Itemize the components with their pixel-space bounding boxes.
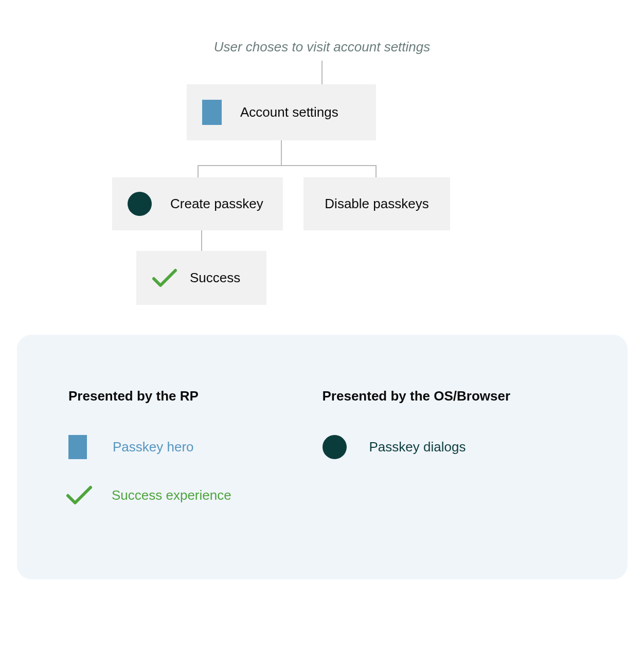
checkmark-icon [152, 268, 177, 288]
checkmark-icon [65, 485, 93, 505]
passkey-dialog-icon [128, 192, 152, 216]
legend-item-dialogs: Passkey dialogs [323, 435, 577, 459]
node-label: Disable passkeys [325, 196, 428, 212]
legend-item-success: Success experience [68, 485, 323, 505]
node-label: Success [190, 270, 240, 286]
passkey-dialog-icon [323, 435, 347, 459]
legend-label: Passkey hero [113, 439, 194, 455]
legend-panel: Presented by the RP Passkey hero Success… [17, 335, 628, 579]
legend-label: Success experience [112, 487, 231, 503]
node-disable-passkeys: Disable passkeys [303, 177, 450, 230]
caption-text: User choses to visit account settings [214, 39, 431, 55]
legend-heading-os: Presented by the OS/Browser [323, 388, 577, 404]
connector-line [375, 165, 377, 177]
legend-heading-rp: Presented by the RP [68, 388, 323, 404]
node-account-settings: Account settings [187, 84, 376, 140]
connector-line [321, 61, 323, 84]
connector-line [198, 165, 199, 177]
legend-item-hero: Passkey hero [68, 435, 323, 459]
passkey-hero-icon [68, 435, 87, 459]
connector-line [201, 230, 202, 251]
legend-column-rp: Presented by the RP Passkey hero Success… [68, 388, 323, 526]
node-label: Account settings [240, 104, 338, 120]
passkey-hero-icon [202, 100, 222, 125]
node-label: Create passkey [170, 196, 263, 212]
legend-label: Passkey dialogs [369, 439, 466, 455]
node-success: Success [136, 251, 266, 305]
node-create-passkey: Create passkey [112, 177, 283, 230]
legend-column-os: Presented by the OS/Browser Passkey dial… [323, 388, 577, 526]
connector-line [198, 165, 377, 166]
connector-line [281, 140, 282, 165]
